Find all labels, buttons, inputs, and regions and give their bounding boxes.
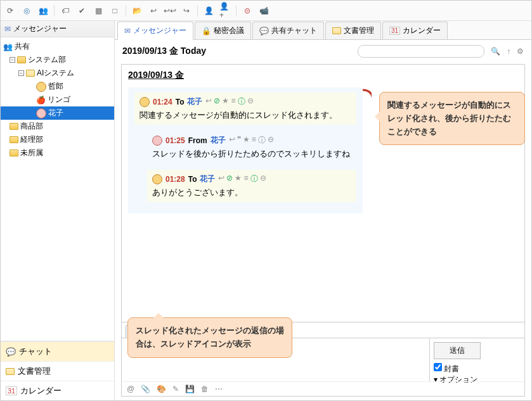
nav-calendar[interactable]: 31カレンダー <box>1 381 114 400</box>
reply-icon[interactable]: ↩ <box>148 5 159 16</box>
msg-actions: ↩ ⊘ ★ ≡ ⓘ ⊖ <box>218 174 266 184</box>
send-button[interactable]: 送信 <box>434 342 481 359</box>
folder-open-icon[interactable]: 📂 <box>131 5 143 16</box>
quote-icon[interactable]: ❞ <box>237 135 241 146</box>
today-label: 2019/09/13 金 Today <box>122 46 206 57</box>
nav-docs[interactable]: 文書管理 <box>1 361 114 381</box>
sidebar: ✉ メッセンジャー 👥共有 −システム部 −AIシステム 哲郎 🍎リンゴ 花子 … <box>1 21 115 400</box>
gear-icon[interactable]: ⚙ <box>517 47 524 56</box>
nav-label: チャット <box>19 346 52 357</box>
minus-circle-icon[interactable]: ⊖ <box>247 96 254 107</box>
message[interactable]: 01:24 To 花子 ↩ ⊘ ★ ≡ ⓘ ⊖ <box>134 92 356 125</box>
mention-icon[interactable]: @ <box>127 385 134 393</box>
tab-shared-chat[interactable]: 💬共有チャット <box>252 22 324 39</box>
search-icon[interactable]: 🔍 <box>491 47 500 56</box>
tree-row[interactable]: −システム部 <box>1 53 114 67</box>
tree-row[interactable]: 未所属 <box>1 146 114 160</box>
info-icon[interactable]: ⓘ <box>250 174 258 184</box>
tab-docs[interactable]: 文書管理 <box>325 22 381 39</box>
nav-chat[interactable]: 💬チャット <box>1 341 114 361</box>
tree-row[interactable]: 経理部 <box>1 133 114 146</box>
star-icon[interactable]: ★ <box>243 135 250 146</box>
palette-icon[interactable]: 🎨 <box>157 385 166 393</box>
message[interactable]: 01:25 From 花子 ↩ ❞ ★ ≡ ⓘ ⊖ <box>147 131 356 163</box>
folder-icon <box>10 136 18 143</box>
star-icon[interactable]: ★ <box>235 174 242 184</box>
sealed-checkbox[interactable]: 封書 <box>434 364 459 373</box>
info-icon[interactable]: ⓘ <box>238 96 245 107</box>
reply-icon[interactable]: ↩ <box>205 96 212 107</box>
nav-label: 文書管理 <box>18 366 51 377</box>
msg-actions: ↩ ⊘ ★ ≡ ⓘ ⊖ <box>205 96 253 107</box>
collapse-icon[interactable]: − <box>10 57 15 63</box>
msg-direction: To <box>176 98 185 106</box>
annotation-callout: 関連するメッセージが自動的にスレッド化され、後から折りたたむことができる <box>379 92 525 145</box>
tab-label: カレンダー <box>403 25 441 36</box>
info-icon[interactable]: ⓘ <box>258 135 266 146</box>
tree-row[interactable]: −AIシステム <box>1 67 114 80</box>
tree-row[interactable]: 商品部 <box>1 120 114 133</box>
forward-icon[interactable]: ↪ <box>181 5 192 16</box>
minus-circle-icon[interactable]: ⊖ <box>268 135 274 146</box>
check-circle-icon[interactable]: ⊘ <box>214 96 220 107</box>
user-icon[interactable]: 👤 <box>203 5 214 16</box>
reply-icon[interactable]: ↩ <box>218 174 224 184</box>
sidebar-title: メッセンジャー <box>13 23 67 34</box>
menu-icon[interactable]: ≡ <box>231 96 235 107</box>
tag-icon[interactable]: 🏷 <box>60 5 71 16</box>
reply-all-icon[interactable]: ↩↩ <box>164 5 176 16</box>
refresh-icon[interactable]: ⟳ <box>4 5 16 16</box>
avatar-icon <box>139 97 150 107</box>
msg-body: 関連するメッセージが自動的にスレッド化されます。 <box>139 110 351 121</box>
menu-icon[interactable]: ≡ <box>243 174 248 184</box>
tree-label: 未所属 <box>20 148 43 158</box>
add-user-icon[interactable]: 👤+ <box>219 5 231 16</box>
stop-icon[interactable]: ⊝ <box>242 5 253 16</box>
tree-row-selected[interactable]: 花子 <box>1 106 114 120</box>
more-icon[interactable]: ⋯ <box>215 385 223 393</box>
nav-label: カレンダー <box>20 385 62 397</box>
msg-name: 花子 <box>200 174 215 184</box>
msg-body: ありがとうございます。 <box>152 187 351 198</box>
box-icon[interactable]: □ <box>109 5 120 16</box>
up-icon[interactable]: ↑ <box>507 47 510 56</box>
sidebar-header: ✉ メッセンジャー <box>1 21 114 37</box>
tree-label: AIシステム <box>37 68 74 79</box>
grid-icon[interactable]: ▦ <box>93 5 104 16</box>
tree-row[interactable]: 哲郎 <box>1 80 114 93</box>
tabs: ✉メッセンジャー 🔒秘密会議 💬共有チャット 文書管理 31カレンダー <box>115 21 531 40</box>
search-input[interactable] <box>358 45 484 58</box>
edit-icon[interactable]: ✎ <box>172 385 179 393</box>
menu-icon[interactable]: ≡ <box>252 135 256 146</box>
tab-calendar[interactable]: 31カレンダー <box>382 22 448 39</box>
sidebar-bottom-nav: 💬チャット 文書管理 31カレンダー <box>1 341 114 400</box>
check-circle-icon[interactable]: ⊘ <box>226 174 233 184</box>
mail-icon: ✉ <box>124 27 131 35</box>
reply-icon[interactable]: ↩ <box>229 135 235 146</box>
thread-block: 01:24 To 花子 ↩ ⊘ ★ ≡ ⓘ ⊖ <box>128 87 363 213</box>
tab-label: メッセンジャー <box>133 25 186 36</box>
star-icon[interactable]: ★ <box>222 96 229 107</box>
tab-label: 秘密会議 <box>214 25 244 36</box>
circles-icon[interactable]: ◎ <box>21 5 32 16</box>
people-icon[interactable]: 👥 <box>37 5 49 16</box>
annotation-callout: スレッド化されたメッセージの返信の場合は、スレッドアイコンが表示 <box>127 317 292 358</box>
tree-row[interactable]: 👥共有 <box>1 40 114 53</box>
minus-circle-icon[interactable]: ⊖ <box>260 174 266 184</box>
collapse-icon[interactable]: − <box>18 70 24 76</box>
tab-messenger[interactable]: ✉メッセンジャー <box>117 22 193 40</box>
trash-icon[interactable]: 🗑 <box>201 385 209 393</box>
apple-icon: 🍎 <box>36 96 46 105</box>
attach-icon[interactable]: 📎 <box>141 385 150 393</box>
video-icon[interactable]: 📹 <box>258 5 269 16</box>
tab-secret[interactable]: 🔒秘密会議 <box>195 22 251 39</box>
tree-label: 哲郎 <box>48 81 63 92</box>
lock-icon: 🔒 <box>202 27 211 35</box>
message[interactable]: 01:28 To 花子 ↩ ⊘ ★ ≡ ⓘ ⊖ <box>147 170 356 202</box>
calendar-icon: 31 <box>6 386 17 395</box>
save-icon[interactable]: 💾 <box>185 385 195 393</box>
check-icon[interactable]: ✔ <box>76 5 88 16</box>
tree-row[interactable]: 🍎リンゴ <box>1 93 114 106</box>
avatar-icon <box>152 174 162 184</box>
folder-icon <box>10 150 18 156</box>
